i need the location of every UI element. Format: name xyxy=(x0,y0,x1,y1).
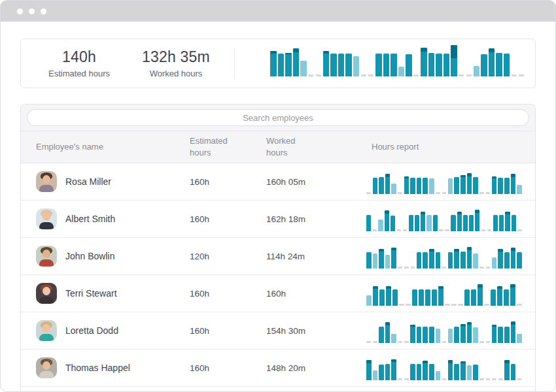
employee-avatar xyxy=(36,283,57,304)
day-hours-bar xyxy=(454,354,459,380)
day-hours-bar xyxy=(517,242,522,269)
header-hours-report: Hours report xyxy=(365,141,535,153)
day-hours-bar xyxy=(423,317,428,343)
empty-day-marker xyxy=(517,205,522,231)
empty-day-marker xyxy=(410,242,415,269)
employee-avatar xyxy=(36,171,57,192)
empty-day-marker xyxy=(459,45,465,76)
employee-row[interactable]: Terri Stewart160h160h xyxy=(21,275,535,312)
empty-day-marker xyxy=(308,45,315,76)
empty-day-marker xyxy=(442,168,447,194)
app-window: 140h Estimated hours 132h 35m Worked hou… xyxy=(0,0,556,392)
empty-day-marker xyxy=(442,354,447,380)
employee-hours-report-chart xyxy=(366,354,522,380)
empty-day-marker xyxy=(479,242,485,269)
day-hours-bar xyxy=(432,280,437,306)
header-employees-name: Employee's name xyxy=(21,141,184,153)
employee-row[interactable]: Loretta Dodd160h154h 30m xyxy=(21,312,535,350)
day-hours-bar xyxy=(473,168,478,194)
employee-row[interactable]: Thomas Happel160h148h 20m xyxy=(21,350,535,387)
empty-day-marker xyxy=(315,45,322,76)
empty-day-marker xyxy=(372,205,377,231)
day-hours-bar xyxy=(438,280,443,306)
header-estimated-hours: Estimated hours xyxy=(184,135,232,158)
day-hours-bar xyxy=(398,45,405,76)
day-hours-bar xyxy=(510,280,515,306)
window-control-dot[interactable] xyxy=(41,8,46,14)
day-hours-bar xyxy=(391,354,396,380)
day-hours-bar xyxy=(511,242,516,269)
empty-day-marker xyxy=(485,242,491,269)
window-titlebar xyxy=(1,1,555,22)
page-content: 140h Estimated hours 132h 35m Worked hou… xyxy=(1,39,555,392)
day-hours-bar xyxy=(436,354,441,380)
day-hours-bar xyxy=(464,280,470,306)
day-hours-bar xyxy=(386,280,391,306)
employee-row[interactable] xyxy=(21,387,535,392)
search-input[interactable] xyxy=(27,109,529,126)
employee-worked-hours: 160h xyxy=(262,289,365,299)
day-hours-bar xyxy=(412,280,417,306)
empty-day-marker xyxy=(458,280,463,306)
day-hours-bar xyxy=(373,168,378,194)
empty-day-marker xyxy=(368,45,375,76)
empty-day-marker xyxy=(484,280,489,306)
employee-row[interactable]: John Bowlin120h114h 24m xyxy=(21,238,535,275)
day-hours-bar xyxy=(385,168,391,194)
estimated-hours-stat: 140h Estimated hours xyxy=(21,48,137,78)
employee-name: Terri Stewart xyxy=(65,288,117,299)
day-hours-bar xyxy=(496,45,502,76)
worked-hours-value: 132h 35m xyxy=(142,48,210,66)
employee-report-cell xyxy=(365,238,535,274)
employee-avatar xyxy=(36,246,57,267)
empty-day-marker xyxy=(366,168,372,194)
day-hours-bar xyxy=(423,354,428,380)
worked-hours-stat: 132h 35m Worked hours xyxy=(137,48,215,78)
employee-report-cell xyxy=(365,201,535,237)
employee-estimated-hours: 160h xyxy=(184,177,262,187)
employee-row[interactable]: Albert Smith160h162h 18m xyxy=(21,201,535,238)
window-control-dot[interactable] xyxy=(17,8,23,14)
empty-day-marker xyxy=(398,242,403,269)
day-hours-bar xyxy=(385,354,391,380)
empty-day-marker xyxy=(398,168,403,194)
day-hours-bar xyxy=(492,242,497,269)
day-hours-bar xyxy=(473,242,478,269)
day-hours-bar xyxy=(373,242,378,269)
day-hours-bar xyxy=(379,242,384,269)
day-hours-bar xyxy=(467,354,472,380)
day-hours-bar xyxy=(278,45,285,76)
employee-name-cell: Rosa Miller xyxy=(21,171,184,192)
day-hours-bar xyxy=(497,280,502,306)
employee-row[interactable]: Rosa Miller160h160h 05m xyxy=(21,163,535,201)
day-hours-bar xyxy=(474,45,480,76)
estimated-hours-label: Estimated hours xyxy=(48,69,110,78)
empty-day-marker xyxy=(404,242,409,269)
window-control-dot[interactable] xyxy=(29,8,35,14)
day-hours-bar xyxy=(366,280,372,306)
day-hours-bar xyxy=(448,317,453,343)
empty-day-marker xyxy=(487,205,492,231)
empty-day-marker xyxy=(406,280,411,306)
day-hours-bar xyxy=(391,168,396,194)
day-hours-bar xyxy=(379,280,385,306)
day-hours-bar xyxy=(492,168,497,194)
day-hours-bar xyxy=(417,168,422,194)
day-hours-bar xyxy=(421,45,427,76)
empty-day-marker xyxy=(485,317,491,343)
day-hours-bar xyxy=(421,205,425,231)
empty-day-marker xyxy=(413,45,420,76)
day-hours-bar xyxy=(373,354,378,380)
employee-estimated-hours: 120h xyxy=(184,252,262,261)
day-hours-bar xyxy=(323,45,330,76)
employee-hours-report-chart xyxy=(366,242,522,269)
day-hours-bar xyxy=(454,317,459,343)
day-hours-bar xyxy=(512,205,516,231)
employee-name: Rosa Miller xyxy=(65,176,111,187)
day-hours-bar xyxy=(491,280,496,306)
day-hours-bar xyxy=(436,45,442,76)
empty-day-marker xyxy=(445,205,449,231)
employee-name-cell: Albert Smith xyxy=(21,208,184,229)
worked-hours-label: Worked hours xyxy=(150,69,203,78)
day-hours-bar xyxy=(391,205,395,231)
